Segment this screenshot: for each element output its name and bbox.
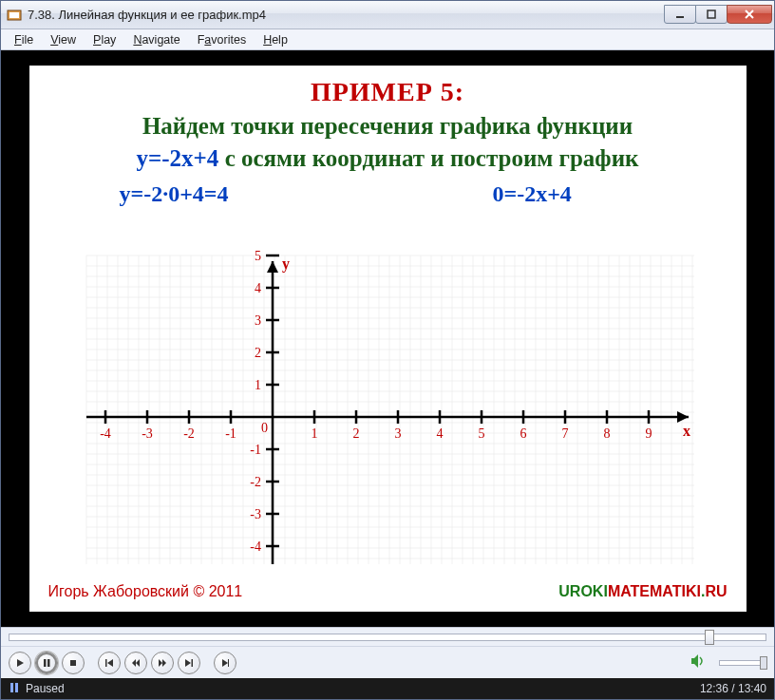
maximize-button[interactable] xyxy=(695,5,728,24)
svg-rect-1 xyxy=(9,12,19,18)
svg-text:7: 7 xyxy=(561,426,568,441)
svg-text:-3: -3 xyxy=(250,507,261,521)
video-frame: ПРИМЕР 5: Найдем точки пересечения графи… xyxy=(29,66,747,612)
svg-text:-2: -2 xyxy=(183,426,195,441)
close-icon xyxy=(744,9,755,20)
seekbar-row xyxy=(1,627,774,646)
svg-text:-2: -2 xyxy=(250,475,261,489)
svg-rect-143 xyxy=(44,659,47,667)
svg-text:6: 6 xyxy=(520,426,526,441)
skip-prev-icon xyxy=(104,658,114,668)
menu-play[interactable]: Play xyxy=(85,31,123,48)
svg-rect-149 xyxy=(10,683,13,692)
volume-thumb[interactable] xyxy=(760,656,767,670)
next-track-button[interactable] xyxy=(178,652,200,674)
rewind-button[interactable] xyxy=(124,652,147,674)
statusbar: Paused 12:36 / 13:40 xyxy=(1,678,774,699)
svg-text:4: 4 xyxy=(255,281,261,295)
volume-slider[interactable] xyxy=(719,660,766,666)
seek-thumb[interactable] xyxy=(705,630,714,645)
svg-text:0: 0 xyxy=(261,421,268,435)
coordinate-chart: yx0-4-3-2-1123456789-4-3-2-112345 xyxy=(77,246,704,574)
slide-brand: UROKIMATEMATIKI.RU xyxy=(558,583,727,600)
svg-text:-4: -4 xyxy=(100,426,111,441)
menubar: File View Play Navigate Favorites Help xyxy=(1,29,774,50)
pause-button[interactable] xyxy=(35,652,58,674)
svg-text:-4: -4 xyxy=(250,539,261,554)
svg-text:2: 2 xyxy=(255,346,261,360)
slide-line2: Найдем точки пересечения графика функции xyxy=(29,113,747,140)
svg-rect-150 xyxy=(15,683,18,692)
fastfwd-icon xyxy=(158,658,167,668)
volume-icon[interactable] xyxy=(690,653,708,672)
svg-text:y: y xyxy=(282,255,290,273)
menu-help[interactable]: Help xyxy=(255,31,295,48)
svg-text:-3: -3 xyxy=(142,426,153,441)
step-icon xyxy=(220,658,230,668)
svg-text:2: 2 xyxy=(352,426,359,441)
menu-view[interactable]: View xyxy=(43,31,84,48)
menu-favorites[interactable]: Favorites xyxy=(190,31,254,48)
slide-heading: ПРИМЕР 5: xyxy=(29,77,747,107)
svg-rect-4 xyxy=(86,255,694,564)
window-controls xyxy=(664,6,772,24)
svg-text:5: 5 xyxy=(255,249,261,263)
svg-text:-1: -1 xyxy=(250,443,261,457)
svg-rect-2 xyxy=(676,16,684,18)
player-window: 7.38. Линейная функция и ее график.mp4 F… xyxy=(0,0,775,700)
svg-text:3: 3 xyxy=(255,313,261,328)
slide-author: Игорь Жаборовский © 2011 xyxy=(48,583,243,600)
slide-line3: y=-2x+4 с осями координат и построим гра… xyxy=(29,145,747,172)
controls-row xyxy=(1,646,774,678)
slide-line3-rest: с осями координат и построим график xyxy=(218,145,638,171)
svg-rect-145 xyxy=(70,660,76,666)
svg-rect-144 xyxy=(47,659,50,667)
svg-text:x: x xyxy=(683,423,690,439)
stop-button[interactable] xyxy=(62,652,85,674)
stop-icon xyxy=(68,658,78,668)
rewind-icon xyxy=(131,658,141,668)
pause-icon xyxy=(42,658,51,668)
svg-text:4: 4 xyxy=(436,426,443,441)
svg-rect-3 xyxy=(708,10,715,18)
minimize-button[interactable] xyxy=(664,5,696,24)
titlebar: 7.38. Линейная функция и ее график.mp4 xyxy=(1,1,774,29)
play-icon xyxy=(15,658,25,668)
app-icon xyxy=(7,8,22,23)
time-display: 12:36 / 13:40 xyxy=(700,682,766,695)
svg-text:8: 8 xyxy=(603,426,610,441)
fastfwd-button[interactable] xyxy=(151,652,174,674)
prev-track-button[interactable] xyxy=(98,652,121,674)
step-button[interactable] xyxy=(214,652,236,674)
svg-text:3: 3 xyxy=(394,426,401,441)
calc-left: y=-2·0+4=4 xyxy=(120,181,229,207)
svg-text:5: 5 xyxy=(478,426,484,441)
svg-text:-1: -1 xyxy=(225,426,236,441)
slide-equation: y=-2x+4 xyxy=(137,145,219,171)
calc-right: 0=-2x+4 xyxy=(493,181,572,207)
video-area[interactable]: ПРИМЕР 5: Найдем точки пересечения графи… xyxy=(1,50,774,627)
maximize-icon xyxy=(707,9,716,19)
menu-navigate[interactable]: Navigate xyxy=(125,31,187,48)
svg-rect-148 xyxy=(228,659,229,667)
minimize-icon xyxy=(675,9,685,19)
svg-text:9: 9 xyxy=(645,426,652,441)
status-text: Paused xyxy=(26,682,700,695)
svg-text:1: 1 xyxy=(311,426,317,441)
skip-next-icon xyxy=(184,658,194,668)
status-icon xyxy=(9,682,20,695)
seek-slider[interactable] xyxy=(9,634,766,641)
svg-text:1: 1 xyxy=(255,378,261,392)
close-button[interactable] xyxy=(727,5,772,24)
menu-file[interactable]: File xyxy=(7,31,41,48)
svg-rect-147 xyxy=(192,659,194,667)
svg-rect-146 xyxy=(105,659,107,667)
play-button[interactable] xyxy=(9,652,31,674)
window-title: 7.38. Линейная функция и ее график.mp4 xyxy=(28,8,664,22)
